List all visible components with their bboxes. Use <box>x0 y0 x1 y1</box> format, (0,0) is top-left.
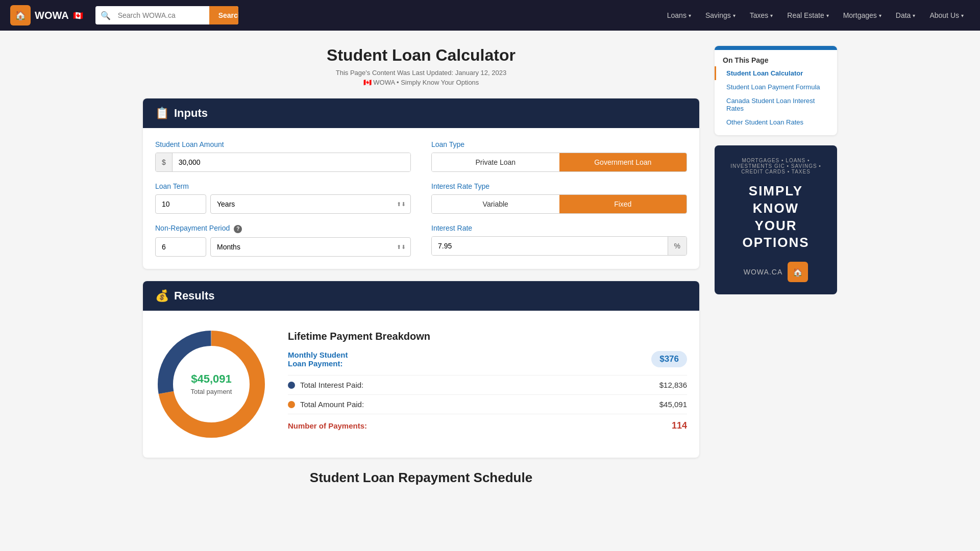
ad-main-text: SIMPLYKNOWYOUROPTIONS <box>725 183 827 252</box>
chevron-down-icon: ▾ <box>826 13 829 18</box>
interest-rate-type-label: Interest Rate Type <box>431 182 687 190</box>
loan-term-label: Loan Term <box>155 182 411 190</box>
page-subtitle: This Page's Content Was Last Updated: Ja… <box>143 69 699 77</box>
donut-chart: $45,091 Total payment <box>155 328 267 440</box>
ad-box: MORTGAGES • LOANS • INVESTMENTS GIC • SA… <box>715 145 837 294</box>
sidebar-item-calculator[interactable]: Student Loan Calculator <box>715 66 837 80</box>
payments-value: 114 <box>672 420 687 431</box>
results-icon: 💰 <box>155 289 169 303</box>
interest-rate-input[interactable] <box>432 237 668 255</box>
main-content: Student Loan Calculator This Page's Cont… <box>143 46 699 486</box>
non-repayment-label: Non-Repayment Period ? <box>155 224 411 233</box>
nav-realestate[interactable]: Real Estate▾ <box>781 7 835 23</box>
ad-tagline: MORTGAGES • LOANS • INVESTMENTS GIC • SA… <box>725 158 827 174</box>
nav-data[interactable]: Data▾ <box>890 7 922 23</box>
logo-text: WOWA <box>35 10 69 21</box>
chevron-down-icon: ▾ <box>961 13 964 18</box>
interest-rate-type-group: Interest Rate Type Variable Fixed <box>431 182 687 214</box>
total-interest-value: $12,836 <box>659 381 687 389</box>
chevron-down-icon: ▾ <box>913 13 915 18</box>
total-amount-row: Total Amount Paid: $45,091 <box>288 394 687 414</box>
breakdown-title: Lifetime Payment Breakdown <box>288 331 687 342</box>
inputs-label: Inputs <box>174 107 208 120</box>
dollar-prefix: $ <box>156 153 173 171</box>
loan-term-inline: Years Months ⬆⬇ <box>155 194 411 214</box>
monthly-payment-row: Monthly StudentLoan Payment: $376 <box>288 350 687 368</box>
results-body: $45,091 Total payment Lifetime Payment B… <box>143 311 699 458</box>
search-icon: 🔍 <box>95 11 116 20</box>
payments-label: Number of Payments: <box>288 421 367 430</box>
nav-mortgages[interactable]: Mortgages▾ <box>837 7 888 23</box>
loan-amount-label: Student Loan Amount <box>155 140 411 148</box>
payments-row: Number of Payments: 114 <box>288 414 687 437</box>
interest-rate-label: Interest Rate <box>431 224 687 232</box>
non-repayment-input[interactable] <box>155 237 206 257</box>
fixed-button[interactable]: Fixed <box>559 195 687 213</box>
on-this-page-panel: On This Page Student Loan Calculator Stu… <box>715 46 837 135</box>
navigation: 🏠 WOWA 🇨🇦 🔍 Search Loans▾ Savings▾ Taxes… <box>0 0 980 31</box>
schedule-title: Student Loan Repayment Schedule <box>143 470 699 486</box>
total-amount-value: $45,091 <box>659 400 687 409</box>
nav-savings[interactable]: Savings▾ <box>699 7 742 23</box>
nav-aboutus[interactable]: About Us▾ <box>923 7 970 23</box>
results-label: Results <box>174 289 214 303</box>
nav-loans[interactable]: Loans▾ <box>661 7 697 23</box>
breakdown: Lifetime Payment Breakdown Monthly Stude… <box>288 331 687 437</box>
chevron-down-icon: ▾ <box>733 13 736 18</box>
search-container: 🔍 Search <box>95 6 238 24</box>
chevron-down-icon: ▾ <box>879 13 881 18</box>
monthly-payment-label: Monthly StudentLoan Payment: <box>288 350 348 368</box>
inputs-body: Student Loan Amount $ Loan Type Private … <box>143 128 699 269</box>
flag-icon: 🇨🇦 <box>73 11 83 20</box>
results-card: 💰 Results <box>143 281 699 458</box>
interest-rate-type-toggle: Variable Fixed <box>431 194 687 214</box>
help-icon[interactable]: ? <box>234 225 242 233</box>
inputs-icon: 📋 <box>155 107 169 120</box>
page-wrapper: Student Loan Calculator This Page's Cont… <box>133 31 847 501</box>
loan-type-label: Loan Type <box>431 140 687 148</box>
interest-dot <box>288 382 295 389</box>
inputs-card: 📋 Inputs Student Loan Amount $ L <box>143 98 699 269</box>
total-interest-label: Total Interest Paid: <box>288 381 363 389</box>
results-grid: $45,091 Total payment Lifetime Payment B… <box>155 323 687 445</box>
chevron-down-icon: ▾ <box>770 13 773 18</box>
sidebar: On This Page Student Loan Calculator Stu… <box>715 46 837 486</box>
non-repayment-inline: Months Years ⬆⬇ <box>155 237 411 257</box>
sidebar-item-formula[interactable]: Student Loan Payment Formula <box>715 80 837 94</box>
percent-suffix: % <box>668 237 687 255</box>
donut-amount: $45,091 <box>191 372 232 386</box>
page-title: Student Loan Calculator <box>143 46 699 65</box>
form-grid: Student Loan Amount $ Loan Type Private … <box>155 140 687 257</box>
loan-term-group: Loan Term Years Months ⬆⬇ <box>155 182 411 214</box>
variable-button[interactable]: Variable <box>432 195 559 213</box>
ad-logo-icon: 🏠 <box>788 262 808 282</box>
loan-amount-input-wrapper: $ <box>155 153 411 172</box>
nav-taxes[interactable]: Taxes▾ <box>744 7 779 23</box>
loan-type-group: Loan Type Private Loan Government Loan <box>431 140 687 172</box>
ad-logo-row: WOWA.CA 🏠 <box>725 262 827 282</box>
chevron-down-icon: ▾ <box>689 13 691 18</box>
non-repayment-unit-wrapper: Months Years ⬆⬇ <box>210 237 411 257</box>
government-loan-button[interactable]: Government Loan <box>559 153 687 171</box>
logo-link[interactable]: 🏠 WOWA 🇨🇦 <box>10 5 83 26</box>
loan-amount-group: Student Loan Amount $ <box>155 140 411 172</box>
on-this-page-title: On This Page <box>715 50 837 66</box>
on-this-page-bar <box>715 46 837 50</box>
loan-term-unit-select[interactable]: Years Months <box>210 194 411 214</box>
interest-rate-group: Interest Rate % <box>431 224 687 257</box>
ad-url: WOWA.CA <box>744 268 782 276</box>
private-loan-button[interactable]: Private Loan <box>432 153 559 171</box>
nav-links: Loans▾ Savings▾ Taxes▾ Real Estate▾ Mort… <box>661 7 970 23</box>
non-repayment-group: Non-Repayment Period ? Months Years ⬆⬇ <box>155 224 411 257</box>
search-input[interactable] <box>116 7 209 23</box>
sidebar-item-interest-rates[interactable]: Canada Student Loan Interest Rates <box>715 94 837 115</box>
donut-center: $45,091 Total payment <box>191 372 232 395</box>
non-repayment-unit-select[interactable]: Months Years <box>210 237 411 257</box>
loan-amount-input[interactable] <box>173 153 410 171</box>
total-interest-row: Total Interest Paid: $12,836 <box>288 375 687 394</box>
sidebar-item-other-rates[interactable]: Other Student Loan Rates <box>715 115 837 129</box>
loan-term-input[interactable] <box>155 194 206 214</box>
search-button[interactable]: Search <box>209 6 238 24</box>
loan-type-toggle: Private Loan Government Loan <box>431 153 687 172</box>
page-branding: 🇨🇦 WOWA • Simply Know Your Options <box>143 79 699 86</box>
